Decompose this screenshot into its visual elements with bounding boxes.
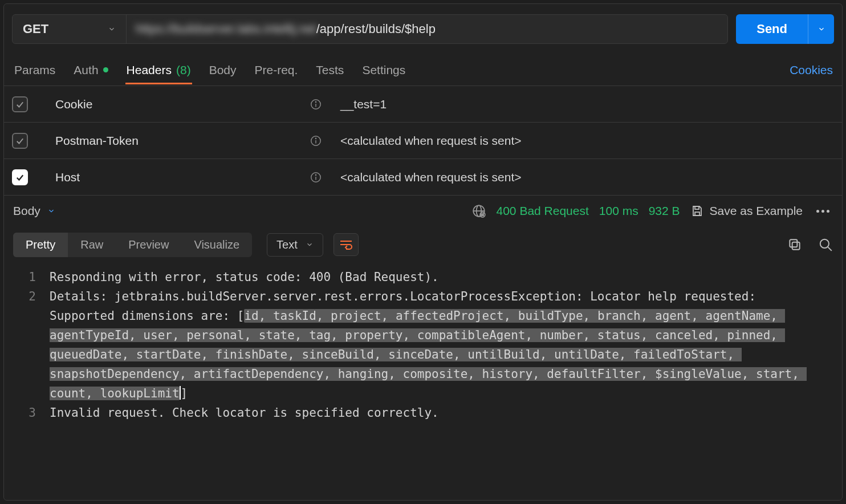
format-raw[interactable]: Raw xyxy=(68,233,116,257)
response-body[interactable]: 1 Responding with error, status code: 40… xyxy=(4,263,842,500)
header-checkbox[interactable] xyxy=(12,96,28,112)
more-actions-button[interactable] xyxy=(813,206,833,216)
send-dropdown[interactable] xyxy=(808,14,834,44)
header-checkbox[interactable] xyxy=(12,133,28,149)
svg-point-18 xyxy=(820,239,829,248)
send-button-group: Send xyxy=(736,14,834,44)
header-key[interactable]: Postman-Token xyxy=(50,134,298,148)
format-preview[interactable]: Preview xyxy=(116,233,181,257)
header-row: Host <calculated when request is sent> xyxy=(4,159,842,196)
wrap-lines-button[interactable] xyxy=(333,233,359,256)
body-type-dropdown[interactable]: Text xyxy=(267,233,323,257)
header-row: Postman-Token <calculated when request i… xyxy=(4,123,842,159)
tab-params[interactable]: Params xyxy=(13,56,56,84)
svg-point-5 xyxy=(315,138,316,139)
response-body-dropdown[interactable]: Body xyxy=(13,204,55,218)
response-bar: Body 400 Bad Request 100 ms 932 B Save a… xyxy=(4,196,842,226)
check-icon xyxy=(15,99,25,109)
send-button[interactable]: Send xyxy=(736,14,808,44)
wrap-icon xyxy=(339,239,353,250)
http-method-label: GET xyxy=(23,22,48,36)
svg-point-2 xyxy=(315,101,316,102)
svg-rect-14 xyxy=(695,212,699,216)
chevron-down-icon xyxy=(108,25,116,33)
format-visualize[interactable]: Visualize xyxy=(181,233,252,257)
code-line: Details: jetbrains.buildServer.server.re… xyxy=(50,287,842,403)
check-icon xyxy=(15,136,25,146)
highlighted-text: id, taskId, project, affectedProject, bu… xyxy=(50,309,807,400)
http-method-dropdown[interactable]: GET xyxy=(13,15,127,43)
header-key[interactable]: Host xyxy=(50,170,298,184)
response-size: 932 B xyxy=(649,204,680,218)
header-value[interactable]: <calculated when request is sent> xyxy=(333,134,582,148)
request-tabs: Params Auth Headers (8) Body Pre-req. Te… xyxy=(4,54,842,86)
svg-rect-16 xyxy=(792,242,800,250)
format-tabs: Pretty Raw Preview Visualize xyxy=(13,233,252,257)
chevron-down-icon xyxy=(306,241,314,249)
code-line: Invalid request. Check locator is specif… xyxy=(50,403,842,422)
svg-point-8 xyxy=(315,174,316,175)
line-number: 2 xyxy=(4,287,50,403)
format-pretty[interactable]: Pretty xyxy=(13,233,68,257)
chevron-down-icon xyxy=(47,207,55,215)
network-icon[interactable] xyxy=(471,204,486,218)
auth-active-dot-icon xyxy=(103,67,108,72)
check-icon xyxy=(15,172,25,182)
tab-headers[interactable]: Headers (8) xyxy=(125,56,192,84)
tab-prereq[interactable]: Pre-req. xyxy=(254,56,299,84)
status-code: 400 Bad Request xyxy=(497,204,589,218)
cookies-link[interactable]: Cookies xyxy=(790,63,833,77)
tab-tests[interactable]: Tests xyxy=(315,56,345,84)
header-row: Cookie __test=1 xyxy=(4,86,842,123)
save-icon xyxy=(690,204,704,218)
chevron-down-icon xyxy=(817,25,825,33)
header-value[interactable]: __test=1 xyxy=(333,97,582,111)
search-icon[interactable] xyxy=(818,237,833,252)
info-icon[interactable] xyxy=(310,98,322,111)
code-line: Responding with error, status code: 400 … xyxy=(50,267,842,287)
line-number: 3 xyxy=(4,403,50,422)
tab-auth[interactable]: Auth xyxy=(72,56,109,84)
svg-rect-13 xyxy=(695,206,699,209)
info-icon[interactable] xyxy=(310,171,322,184)
header-checkbox[interactable] xyxy=(12,169,28,185)
tab-settings[interactable]: Settings xyxy=(361,56,406,84)
headers-table: Cookie __test=1 Postman-Token <calculate… xyxy=(4,86,842,196)
request-url-bar: GET https://buildserver.labs.intellij.ne… xyxy=(12,14,728,44)
copy-icon[interactable] xyxy=(787,237,802,252)
svg-rect-17 xyxy=(790,239,797,247)
url-input[interactable]: https://buildserver.labs.intellij.net/ap… xyxy=(127,22,727,36)
url-hidden: https://buildserver.labs.intellij.net xyxy=(136,22,316,36)
line-number: 1 xyxy=(4,267,50,287)
info-icon[interactable] xyxy=(310,135,322,147)
svg-line-19 xyxy=(828,247,832,251)
header-value[interactable]: <calculated when request is sent> xyxy=(333,170,582,184)
tab-body[interactable]: Body xyxy=(208,56,238,84)
header-key[interactable]: Cookie xyxy=(50,97,298,111)
response-time: 100 ms xyxy=(599,204,638,218)
url-visible: /app/rest/builds/$help xyxy=(316,22,436,36)
save-as-example-button[interactable]: Save as Example xyxy=(690,204,803,218)
response-format-bar: Pretty Raw Preview Visualize Text xyxy=(4,226,842,263)
